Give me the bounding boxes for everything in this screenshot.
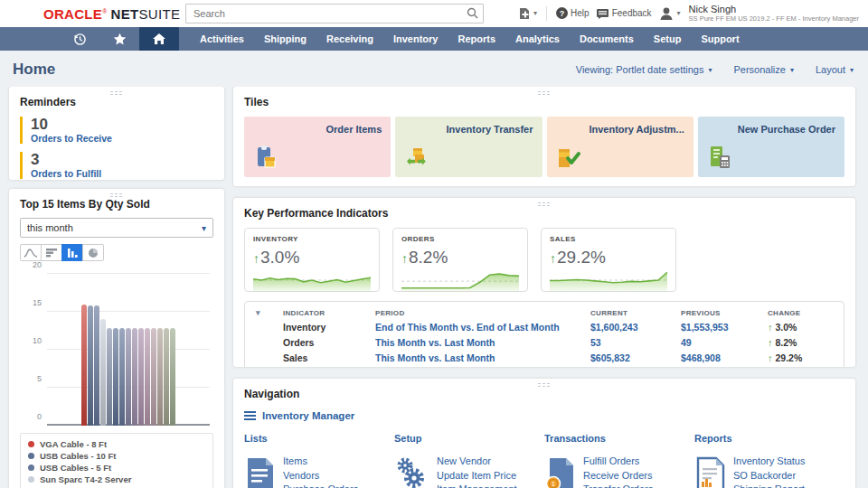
reminder-link[interactable]: Orders to Receive xyxy=(31,133,213,144)
drag-handle-icon[interactable] xyxy=(109,192,124,198)
personalize-dropdown[interactable]: Personalize ▾ xyxy=(733,64,794,75)
kpi-row-previous-link[interactable]: $468,908 xyxy=(681,352,768,363)
kpi-card-orders[interactable]: ORDERS ↑8.2% xyxy=(392,228,528,292)
inventory-manager-link[interactable]: Inventory Manager xyxy=(244,410,844,421)
bar[interactable] xyxy=(132,328,137,426)
bar[interactable] xyxy=(126,328,131,426)
nav-item-support[interactable]: Support xyxy=(691,27,749,51)
help-button[interactable]: ? Help xyxy=(556,7,590,19)
chevron-down-icon: ▾ xyxy=(677,9,681,17)
nav-item-inventory[interactable]: Inventory xyxy=(383,27,448,51)
kpi-row-change: ↑8.2% xyxy=(768,337,833,348)
nav-link[interactable]: Shipping Report xyxy=(733,483,835,488)
search-input[interactable] xyxy=(185,4,484,23)
chevron-down-icon: ▾ xyxy=(202,223,206,233)
kpi-row-current-link[interactable]: 53 xyxy=(590,337,681,348)
nav-link[interactable]: Purchase Orders xyxy=(283,483,378,488)
nav-link[interactable]: SO Backorder xyxy=(733,469,835,483)
topbar-actions: ▾ ? Help Feedback ▾ Nick Singh SS Pure F… xyxy=(518,4,868,23)
nav-link[interactable]: Items xyxy=(283,455,378,469)
bar[interactable] xyxy=(88,305,93,426)
bar[interactable] xyxy=(151,328,156,426)
kpi-row-period-link[interactable]: End of This Month vs. End of Last Month xyxy=(375,322,590,333)
kpi-card-sales[interactable]: SALES ↑29.2% xyxy=(541,228,676,292)
nav-item-shipping[interactable]: Shipping xyxy=(254,27,316,51)
nav-item-receiving[interactable]: Receiving xyxy=(316,27,383,51)
bar[interactable] xyxy=(94,305,99,426)
new-record-icon xyxy=(518,7,531,20)
nav-item-analytics[interactable]: Analytics xyxy=(505,27,570,51)
document-coin-icon: 1 xyxy=(544,456,575,488)
kpi-row-previous-link[interactable]: $1,553,953 xyxy=(681,322,768,333)
layout-dropdown[interactable]: Layout ▾ xyxy=(816,64,854,75)
home-button[interactable] xyxy=(139,27,179,51)
nav-link[interactable]: Update Item Price xyxy=(437,469,517,483)
nav-item-activities[interactable]: Activities xyxy=(190,27,254,51)
drag-handle-icon[interactable] xyxy=(537,382,552,388)
tile-inventory-adjustment[interactable]: Inventory Adjustm... xyxy=(547,117,693,177)
kpi-row-period-link[interactable]: This Month vs. Last Month xyxy=(375,337,590,348)
kpi-card-inventory[interactable]: INVENTORY ↑3.0% xyxy=(244,228,380,292)
reminder-link[interactable]: Orders to Fulfill xyxy=(31,168,213,179)
nav-link[interactable]: Transfer Orders xyxy=(583,483,655,488)
drag-handle-icon[interactable] xyxy=(109,90,124,96)
tile-order-items[interactable]: Order Items xyxy=(244,117,391,177)
bar[interactable] xyxy=(164,328,169,426)
tiles-portlet: Tiles Order Items Inventory Transfer Inv… xyxy=(233,87,855,186)
bar[interactable] xyxy=(107,328,112,426)
line-chart-icon xyxy=(24,248,38,258)
vbar-chart-button[interactable] xyxy=(61,244,83,261)
hbar-chart-button[interactable] xyxy=(41,244,62,261)
table-menu-icon[interactable]: ▾ xyxy=(256,308,283,317)
tile-inventory-transfer[interactable]: Inventory Transfer xyxy=(395,117,542,177)
nav-link[interactable]: Receive Orders xyxy=(583,469,655,483)
feedback-button[interactable]: Feedback xyxy=(596,8,652,19)
avatar-icon xyxy=(658,6,675,21)
nav-column-header[interactable]: Lists xyxy=(244,433,394,444)
portlet-title: Top 15 Items By Qty Sold xyxy=(20,198,213,211)
nav-item-reports[interactable]: Reports xyxy=(448,27,505,51)
kpi-row-period-link[interactable]: This Month vs. Last Month xyxy=(375,352,590,363)
kpi-row-current-link[interactable]: $1,600,243 xyxy=(590,322,681,333)
bar[interactable] xyxy=(113,328,118,426)
bar[interactable] xyxy=(157,328,163,426)
date-range-select[interactable]: this month ▾ xyxy=(20,218,213,238)
nav-link[interactable]: Vendors xyxy=(283,469,378,483)
kpi-row-current-link[interactable]: $605,832 xyxy=(590,352,681,363)
document-list-icon xyxy=(244,456,275,488)
nav-item-documents[interactable]: Documents xyxy=(570,27,644,51)
search-icon[interactable] xyxy=(467,7,478,19)
nav-link[interactable]: Fulfill Orders xyxy=(583,455,655,469)
recent-records-button[interactable] xyxy=(60,27,99,51)
shortcuts-button[interactable] xyxy=(99,27,139,51)
nav-column-header[interactable]: Transactions xyxy=(544,433,694,444)
top15-portlet: Top 15 Items By Qty Sold this month ▾ xyxy=(9,189,224,488)
kpi-row-previous-link[interactable]: 49 xyxy=(681,337,768,348)
col-header-change: CHANGE xyxy=(768,309,833,317)
bar[interactable] xyxy=(138,328,144,426)
tile-new-purchase-order[interactable]: New Purchase Order xyxy=(698,117,844,177)
new-record-button[interactable]: ▾ xyxy=(518,7,537,20)
nav-column-header[interactable]: Setup xyxy=(394,433,544,444)
bar[interactable] xyxy=(81,305,87,426)
bar[interactable] xyxy=(119,328,125,426)
menu-icon xyxy=(244,411,256,420)
bar[interactable] xyxy=(145,328,150,426)
nav-link[interactable]: Inventory Status xyxy=(733,455,835,469)
portlet-title: Reminders xyxy=(20,96,213,108)
dashboard-content: Reminders 10 Orders to Receive 3 Orders … xyxy=(0,87,868,488)
viewing-dropdown[interactable]: Viewing: Portlet date settings ▾ xyxy=(576,64,712,75)
drag-handle-icon[interactable] xyxy=(537,90,552,96)
chevron-down-icon: ▾ xyxy=(850,66,854,74)
bar[interactable] xyxy=(100,319,106,426)
drag-handle-icon[interactable] xyxy=(537,202,552,207)
nav-item-setup[interactable]: Setup xyxy=(644,27,692,51)
nav-link[interactable]: Item Management xyxy=(437,483,517,488)
kpi-row-indicator: Inventory xyxy=(283,322,375,333)
user-menu-button[interactable]: ▾ xyxy=(658,6,681,21)
line-chart-button[interactable] xyxy=(20,244,42,261)
nav-column-header[interactable]: Reports xyxy=(694,433,844,444)
bar[interactable] xyxy=(170,328,175,426)
nav-link[interactable]: New Vendor xyxy=(437,455,517,469)
pie-chart-button[interactable] xyxy=(82,244,104,261)
